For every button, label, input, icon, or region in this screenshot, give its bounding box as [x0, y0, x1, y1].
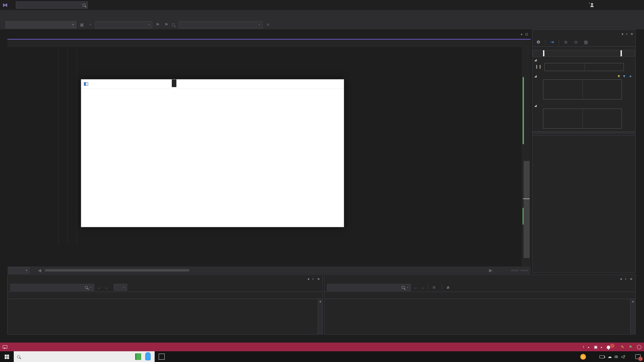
seasonal-book-decoration — [135, 353, 141, 360]
feedback-bubble-icon[interactable] — [3, 345, 7, 349]
search-depth-select[interactable]: ▾ — [114, 284, 127, 291]
feedback-pencil-icon[interactable]: ✎ — [621, 345, 624, 349]
notifications-bell-button[interactable] — [607, 345, 616, 349]
left-tool-strip — [0, 29, 7, 343]
cpu-chart — [532, 109, 635, 130]
autos-panel: ▾ ⊦ ✕ ▾ ← → ▾ ▲ — [7, 275, 323, 335]
session-marker-start[interactable] — [543, 50, 544, 56]
onedrive-cloud-icon[interactable]: ☁ — [608, 354, 612, 359]
toolbar-options-icon[interactable]: ≡ — [265, 21, 271, 29]
pin-icon[interactable]: ⊦ — [626, 32, 628, 36]
process-select[interactable]: ▾ — [5, 21, 76, 28]
vs-main-window: ⋈ + ▾ ▣ ▾ ▾ ⚑ ⚑ ▾ ≡ — [0, 0, 644, 362]
start-button[interactable] — [5, 355, 9, 359]
zoom-out-icon[interactable]: ⊖ — [573, 38, 579, 46]
restore-button[interactable] — [613, 0, 628, 10]
caret-mark — [523, 198, 530, 199]
wifi-icon[interactable]: ((( — [614, 355, 619, 358]
user-person-icon[interactable] — [590, 5, 594, 7]
app-window-titlebar[interactable] — [81, 79, 344, 89]
bell-badge — [610, 344, 614, 348]
panel-dropdown-icon[interactable]: ▾ — [620, 277, 622, 281]
stack-frame-select[interactable]: ▾ — [179, 21, 263, 28]
zoom-in-icon[interactable]: ⊕ — [563, 38, 569, 46]
close-button[interactable] — [629, 0, 644, 10]
settings-gear-icon[interactable]: ⚙ — [535, 38, 541, 46]
autos-scrollbar[interactable]: ▲ — [318, 299, 323, 334]
eol-indicator[interactable] — [521, 270, 528, 271]
scroll-right-icon[interactable]: ▶ — [488, 266, 494, 275]
pin-icon[interactable]: ⊦ — [312, 277, 314, 281]
autos-grid[interactable] — [8, 299, 317, 334]
timeline-ruler[interactable] — [533, 50, 635, 57]
pan-icon[interactable] — [30, 266, 36, 275]
debug-location-toolbar: ▾ ▣ ▾ ▾ ⚑ ⚑ ▾ ≡ — [0, 20, 644, 29]
minimize-button[interactable] — [597, 0, 612, 10]
next-icon[interactable]: → — [104, 285, 108, 290]
volume-icon[interactable]: ◁⁾ — [621, 354, 625, 359]
close-icon[interactable]: ✕ — [630, 277, 633, 281]
close-icon[interactable]: ✕ — [317, 277, 320, 281]
session-marker-end[interactable] — [621, 50, 622, 56]
weather-sun-icon[interactable] — [580, 354, 586, 360]
status-bar: ↑▴ ▣▴ ✎ ⚑ — [0, 343, 644, 351]
series-legend-icon: ▼ — [622, 74, 626, 78]
call-stack-panel: ▾ ⊦ ✕ ▾ ← → ⊞ ⧄ ▲ — [324, 275, 636, 335]
scroll-left-icon[interactable]: ◀ — [37, 266, 43, 275]
sync-status-icon[interactable]: ⚑ — [629, 345, 632, 349]
taskbar-search-input[interactable] — [14, 351, 155, 362]
callstack-column-headers[interactable] — [324, 292, 635, 299]
action-center-icon[interactable] — [635, 354, 641, 359]
reset-view-icon[interactable]: ▦ — [583, 38, 589, 46]
scrollbar-thumb[interactable] — [524, 161, 530, 258]
visual-studio-logo-icon: ⋈ — [3, 2, 8, 8]
editor-vertical-scrollbar[interactable] — [522, 47, 531, 266]
flag-threads-icon[interactable]: ⚑ — [163, 21, 169, 29]
pin-icon[interactable]: ⊦ — [625, 277, 627, 281]
callstack-search-input[interactable]: ▾ — [327, 284, 411, 291]
standard-toolbar — [0, 10, 644, 20]
process-legend-icon: ● — [629, 74, 632, 78]
task-view-button[interactable] — [159, 354, 165, 360]
callstack-grid[interactable] — [324, 299, 630, 334]
app-maximize-button[interactable] — [314, 80, 328, 88]
quick-search-input[interactable] — [16, 1, 88, 9]
editor-horizontal-scrollbar[interactable] — [45, 268, 485, 272]
app-minimize-button[interactable] — [301, 80, 314, 88]
notification-badge — [638, 357, 643, 361]
close-icon[interactable]: ✕ — [631, 32, 633, 36]
title-bar: ⋈ + — [0, 0, 644, 10]
user-avatar-placeholder[interactable] — [637, 345, 641, 349]
spaces-indicator[interactable] — [511, 270, 519, 271]
active-files-dropdown-icon[interactable]: ▾ — [521, 33, 523, 36]
prev-icon[interactable]: ← — [414, 285, 418, 290]
mainwindow-app-window[interactable] — [81, 79, 344, 227]
callstack-scrollbar[interactable]: ▲ — [630, 299, 635, 334]
show-external-code-button[interactable]: ⧄ — [445, 283, 453, 291]
view-all-threads-button[interactable]: ⊞ — [431, 283, 439, 291]
app-close-button[interactable] — [328, 80, 341, 88]
pause-icon[interactable]: ❙❙ — [535, 64, 542, 69]
autos-column-headers[interactable] — [8, 292, 323, 299]
panel-dropdown-icon[interactable]: ▾ — [622, 32, 623, 36]
change-mark — [523, 77, 524, 144]
memory-chart — [532, 79, 635, 101]
xaml-inapp-toolbar — [172, 79, 176, 87]
add-to-source-control-button[interactable]: ↑▴ — [583, 345, 589, 349]
next-icon[interactable]: → — [421, 285, 425, 290]
thread-select[interactable]: ▾ — [95, 21, 152, 28]
zoom-select[interactable]: ▾ — [9, 267, 30, 274]
seasonal-backpack-decoration — [145, 352, 151, 360]
battery-icon[interactable] — [599, 355, 604, 358]
document-tab-row: ▾ ⊡ — [7, 29, 531, 39]
code-navigation-bar — [7, 40, 531, 47]
flag-icon[interactable]: ⚑ — [155, 21, 161, 29]
panel-dropdown-icon[interactable]: ▾ — [308, 277, 309, 281]
export-icon[interactable]: ⇥ — [549, 38, 555, 46]
autos-search-input[interactable]: ▾ — [10, 284, 94, 291]
select-repository-button[interactable]: ▣▴ — [594, 345, 602, 349]
prev-icon[interactable]: ← — [97, 285, 101, 290]
live-visual-tree-tab[interactable] — [0, 29, 2, 35]
float-window-icon[interactable]: ⊡ — [525, 33, 528, 36]
sign-in-plus-icon: + — [589, 2, 590, 5]
